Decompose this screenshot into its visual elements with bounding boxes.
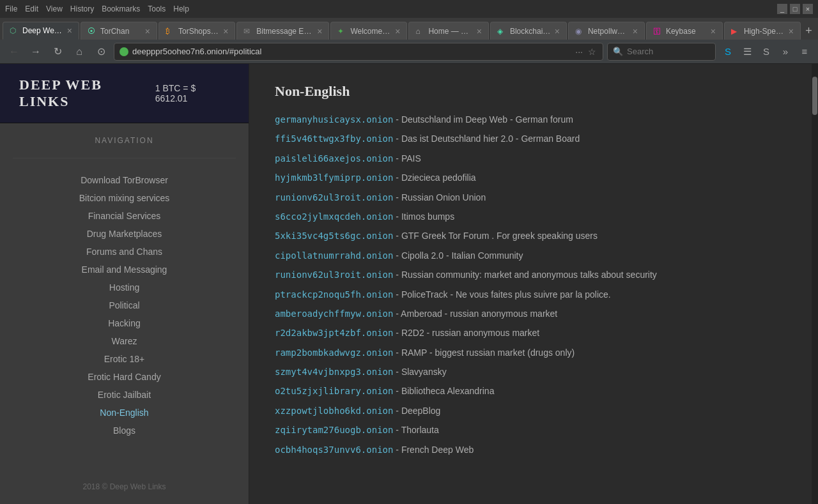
tab-8chan[interactable]: ✦ Welcome to 8ch... ×: [330, 22, 407, 40]
onion-link[interactable]: runionv62ul3roit.onion: [275, 270, 393, 280]
tab-torchan[interactable]: ⦿ TorChan ×: [81, 22, 157, 40]
address-bar[interactable]: ··· ☆: [114, 43, 603, 61]
nav-item-email[interactable]: Email and Messaging: [0, 261, 249, 279]
link-description: - Thorlauta: [393, 425, 438, 435]
nav-item-political[interactable]: Political: [0, 296, 249, 314]
menu-bookmarks[interactable]: Bookmarks: [102, 4, 140, 13]
link-description: - R2D2 - russian anonymous market: [393, 328, 539, 338]
link-description: - Das ist Deutschland hier 2.0 - German …: [393, 134, 580, 144]
address-input[interactable]: [132, 47, 570, 56]
menu-help[interactable]: Help: [173, 4, 189, 13]
back-button[interactable]: ←: [5, 43, 23, 61]
onion-link[interactable]: ramp2bombkadwvgz.onion: [275, 347, 393, 358]
scrollbar-thumb[interactable]: [812, 77, 817, 115]
menu-tools[interactable]: Tools: [148, 4, 166, 13]
nav-item-download[interactable]: Download TorBrowser: [0, 171, 249, 189]
nav-item-warez[interactable]: Warez: [0, 332, 249, 350]
title-bar: File Edit View History Bookmarks Tools H…: [0, 0, 818, 18]
onion-link[interactable]: cipollatnumrrahd.onion: [275, 250, 393, 261]
new-tab-button[interactable]: +: [802, 22, 815, 40]
maximize-button[interactable]: □: [790, 4, 800, 14]
link-entry: s6cco2jylmxqcdeh.onion - Itimos bumps: [275, 210, 786, 224]
window-controls[interactable]: _ □ ×: [777, 4, 813, 14]
bookmark-star-button[interactable]: ⊙: [92, 43, 110, 61]
nav-item-financial[interactable]: Financial Services: [0, 207, 249, 225]
tab-close-5[interactable]: ×: [395, 26, 400, 36]
nav-item-hosting[interactable]: Hosting: [0, 279, 249, 296]
tab-netpollwaks[interactable]: ◉ Netpollwaks - W... ×: [568, 22, 645, 40]
nav-item-erotic-18[interactable]: Erotic 18+: [0, 350, 249, 368]
onion-link[interactable]: amberoadychffmyw.onion: [275, 309, 393, 319]
onion-link[interactable]: runionv62ul3roit.onion: [275, 192, 393, 202]
nav-item-mixing[interactable]: Bitcion mixing services: [0, 189, 249, 207]
tab-favicon-1: ⬡: [10, 26, 19, 35]
onion-link[interactable]: s6cco2jylmxqcdeh.onion: [275, 211, 393, 222]
search-input[interactable]: [627, 47, 704, 56]
nav-item-erotic-jailbait[interactable]: Erotic Jailbait: [0, 386, 249, 404]
search-box[interactable]: 🔍: [607, 43, 716, 61]
tab-close-3[interactable]: ×: [223, 26, 228, 36]
onion-link[interactable]: zqiirytam276uogb.onion: [275, 425, 393, 435]
nav-item-forums[interactable]: Forums and Chans: [0, 243, 249, 261]
onion-link[interactable]: hyjmkmb3lfymiprp.onion: [275, 172, 393, 183]
reload-button[interactable]: ↻: [49, 43, 66, 61]
tab-blockchain[interactable]: ◈ Blockchain - Mo... ×: [490, 22, 567, 40]
tab-propublica[interactable]: ⌂ Home — ProPubl... ×: [408, 22, 489, 40]
more-options-button[interactable]: ···: [574, 45, 584, 58]
nav-item-erotic-hard-candy[interactable]: Erotic Hard Candy: [0, 368, 249, 386]
onion-link[interactable]: ffi5v46ttwgx3fby.onion: [275, 134, 393, 144]
scrollbar-track[interactable]: [812, 64, 818, 504]
reader-view-button[interactable]: ☰: [739, 43, 755, 60]
tab-bitmessage[interactable]: ✉ Bitmessage E-Mail Ga... ×: [236, 22, 329, 40]
tab-torshops[interactable]: ₿ TorShops | Crea... ×: [158, 22, 235, 40]
tab-highspeed[interactable]: ▶ High-Speed, Se... ×: [724, 22, 801, 40]
close-button[interactable]: ×: [803, 4, 813, 14]
menu-history[interactable]: History: [70, 4, 94, 13]
onion-link[interactable]: szmyt4v4vjbnxpg3.onion: [275, 367, 393, 377]
skype-button[interactable]: S: [720, 43, 736, 60]
onion-link[interactable]: ptrackcp2noqu5fh.onion: [275, 289, 393, 300]
menu-bar[interactable]: File Edit View History Bookmarks Tools H…: [5, 4, 189, 13]
onion-link[interactable]: xzzpowtjlobho6kd.onion: [275, 406, 393, 416]
minimize-button[interactable]: _: [777, 4, 787, 14]
tab-close-10[interactable]: ×: [789, 26, 794, 36]
tab-deep-web-links[interactable]: ⬡ Deep Web Li... ×: [3, 22, 79, 40]
onion-link[interactable]: o2tu5zjxjlibrary.onion: [275, 386, 393, 396]
onion-link[interactable]: germanyhusicaysx.onion: [275, 114, 393, 125]
tab-close-1[interactable]: ×: [67, 26, 72, 36]
link-entry: zqiirytam276uogb.onion - Thorlauta: [275, 423, 786, 437]
onion-link[interactable]: r2d2akbw3jpt4zbf.onion: [275, 328, 393, 338]
onion-link[interactable]: ocbh4hoqs37unvv6.onion: [275, 445, 393, 455]
link-entry: ocbh4hoqs37unvv6.onion - French Deep Web: [275, 443, 786, 457]
nav-item-blogs[interactable]: Blogs: [0, 422, 249, 439]
overflow-button[interactable]: »: [777, 43, 794, 60]
link-description: - PAIS: [393, 153, 421, 164]
sidebar-toggle-button[interactable]: S: [758, 43, 775, 60]
tab-close-7[interactable]: ×: [555, 26, 560, 36]
tab-close-8[interactable]: ×: [633, 26, 638, 36]
nav-item-non-english[interactable]: Non-English: [0, 404, 249, 422]
forward-button[interactable]: →: [27, 43, 45, 61]
tab-close-9[interactable]: ×: [711, 26, 716, 36]
tab-keybase[interactable]: ⚿ Keybase ×: [646, 22, 723, 40]
bookmark-button[interactable]: ☆: [587, 45, 598, 58]
home-button[interactable]: ⌂: [70, 43, 88, 61]
menu-view[interactable]: View: [46, 4, 63, 13]
onion-link[interactable]: paisleli66axejos.onion: [275, 153, 393, 164]
link-description: - Amberoad - russian anonymous market: [393, 309, 557, 319]
menu-edit[interactable]: Edit: [25, 4, 38, 13]
tab-close-6[interactable]: ×: [477, 26, 482, 36]
tab-bar: ⬡ Deep Web Li... × ⦿ TorChan × ₿ TorShop…: [0, 18, 818, 40]
link-description: - French Deep Web: [393, 445, 474, 455]
hamburger-menu-button[interactable]: ≡: [796, 43, 813, 60]
tab-favicon-10: ▶: [731, 27, 740, 36]
nav-item-drug-marketplaces[interactable]: Drug Marketplaces: [0, 225, 249, 243]
menu-file[interactable]: File: [5, 4, 17, 13]
onion-link[interactable]: 5xki35vc4g5ts6gc.onion: [275, 231, 393, 241]
tab-favicon-4: ✉: [243, 27, 252, 36]
link-description: - DeepBlog: [393, 406, 440, 416]
tab-close-4[interactable]: ×: [317, 26, 322, 36]
link-description: - Russian community: market and anonymou…: [393, 270, 656, 280]
nav-item-hacking[interactable]: Hacking: [0, 314, 249, 332]
tab-close-2[interactable]: ×: [145, 26, 150, 36]
